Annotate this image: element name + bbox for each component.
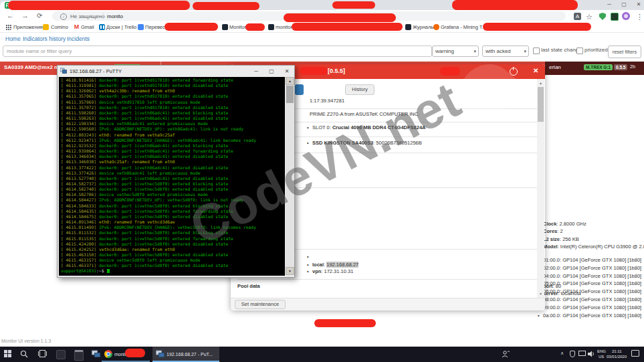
scroll-down-icon[interactable]: ▼ — [286, 267, 294, 275]
prompt-suffix: :~$ — [96, 268, 106, 273]
filter-query-input[interactable] — [3, 46, 432, 57]
bookmark-comino[interactable]: Comino — [51, 24, 68, 30]
apps-grid-icon[interactable] — [5, 24, 11, 30]
ssd-model: SSD KINGSTON SA400S3 — [312, 140, 373, 146]
bookmark-monitor1[interactable]: Monitor — [229, 24, 246, 30]
terminal-line: [ 4611.319981] docker0: port 1(vethd9178… — [59, 83, 285, 88]
taskbar-chrome-icon[interactable] — [104, 350, 112, 358]
terminal-line: [ 4615.463371] docker0: port 1(vethec5d8… — [59, 263, 285, 268]
terminal-line: [ 4615.011532] docker0: port 1(vethec5d8… — [59, 230, 285, 236]
putty-minimize-button[interactable]: ─ — [250, 67, 262, 76]
taskbar-search-icon[interactable] — [20, 350, 28, 358]
scroll-down-icon[interactable]: ▼ — [537, 290, 544, 297]
version-badge: 0.5.5 — [614, 64, 627, 70]
nav-incidents[interactable]: Incidents — [67, 35, 90, 42]
security-label: Не защищено — [70, 13, 104, 19]
terminal-line: [ 4615.424252] vethcd3d6ae: renamed from… — [59, 247, 285, 252]
forward-icon[interactable]: → — [21, 12, 29, 19]
pool-item: server: localhost — [543, 290, 580, 296]
redaction-blob — [292, 23, 403, 31]
modal-close-icon[interactable]: ✕ — [533, 67, 538, 74]
redaction-blob — [332, 1, 375, 9]
bookmark-journals[interactable]: Журналы — [413, 24, 435, 30]
putty-scrollbar[interactable]: ▲ ▼ — [286, 77, 294, 275]
putty-maximize-button[interactable]: ▢ — [265, 67, 278, 76]
monitor-bookmark-icon[interactable] — [222, 24, 228, 30]
trello-icon[interactable] — [99, 24, 105, 30]
window-maximize-button[interactable]: ▢ — [619, 1, 629, 9]
local-ip-value: 192.168.68.27 — [326, 262, 358, 268]
task-view-icon[interactable] — [38, 350, 47, 357]
window-close-button[interactable]: ✕ — [633, 1, 644, 9]
bookmark-grafana[interactable]: Grafana - Mining T... — [441, 24, 486, 30]
profile-avatar[interactable] — [622, 12, 630, 20]
action-center-icon[interactable] — [631, 350, 639, 357]
scroll-up-icon[interactable]: ▲ — [537, 80, 544, 86]
nav-indicators-history[interactable]: Indicators history — [23, 35, 66, 42]
info-tab-button[interactable] — [295, 84, 304, 95]
scrollbar-thumb[interactable] — [538, 87, 544, 122]
journals-bookmark-icon[interactable] — [405, 24, 411, 30]
url-host: monito — [107, 13, 123, 19]
age-label: 2h — [630, 64, 635, 69]
bookmark-apps[interactable]: Приложения — [13, 24, 43, 30]
acked-select[interactable]: with acked ▾ — [482, 46, 529, 57]
tray-chevron-up-icon[interactable]: ∧ — [560, 351, 564, 356]
tray-clock-time[interactable]: 21:11 — [612, 349, 622, 354]
url-divider — [103, 13, 104, 19]
start-button[interactable] — [4, 350, 11, 357]
gmail-icon[interactable]: M — [74, 24, 80, 30]
bookmark-trello[interactable]: Доски | Trello — [106, 24, 136, 30]
last-state-change-checkbox[interactable] — [533, 48, 540, 54]
prioritized-checkbox[interactable] — [576, 48, 583, 54]
translate-icon[interactable]: A — [574, 13, 581, 20]
putty-title-bar[interactable]: 192.168.68.27 - PuTTY ─ ▢ ✕ — [58, 66, 294, 78]
severity-select[interactable]: warning ▾ — [432, 46, 479, 57]
grafana-icon[interactable] — [433, 24, 439, 30]
power-icon[interactable] — [510, 68, 518, 76]
bookmark-monitor2[interactable]: monitor — [276, 24, 292, 30]
tray-clock-date[interactable]: 03/01/2020 — [607, 355, 627, 359]
back-icon[interactable]: ← — [7, 12, 14, 19]
tray-language-secondary[interactable]: US — [599, 355, 604, 359]
scrollbar-thumb[interactable] — [286, 86, 294, 103]
monitor2-bookmark-icon[interactable] — [268, 24, 274, 30]
tray-shield-icon[interactable] — [570, 351, 575, 357]
tray-volume-icon[interactable] — [588, 351, 595, 357]
history-button[interactable]: History — [345, 84, 374, 95]
taskbar-app-icon-1[interactable] — [56, 350, 66, 359]
not-secure-icon[interactable]: i — [60, 13, 67, 20]
nav-home[interactable]: Home — [5, 35, 21, 42]
redaction-blob — [165, 23, 218, 31]
terminal-line: [ 4611.357072] docker0: port 1(vethd9178… — [59, 105, 285, 110]
tray-language-primary[interactable]: ENG — [597, 349, 606, 354]
putty-window[interactable]: 192.168.68.27 - PuTTY ─ ▢ ✕ [ 4610.91141… — [57, 65, 295, 278]
putty-close-button[interactable]: ✕ — [281, 67, 293, 76]
window-minimize-button[interactable]: ─ — [604, 1, 615, 9]
comino-icon[interactable] — [43, 24, 49, 30]
taskbar-app-icon-2[interactable] — [74, 350, 84, 361]
reset-filters-button[interactable]: reset filters — [608, 46, 641, 58]
modal-scrollbar[interactable]: ▲ ▼ — [537, 79, 544, 298]
tray-network-icon[interactable] — [578, 351, 586, 356]
bookmark-star-icon[interactable]: ☆ — [586, 13, 593, 21]
set-maintenance-button[interactable]: Set maintenance — [235, 300, 286, 309]
browser-menu-icon[interactable]: ⋮ — [636, 13, 643, 21]
terminal-line: [ 4611.598263] docker0: port 1(veth06adc… — [59, 116, 285, 121]
taskbar-putty-icon[interactable] — [92, 350, 100, 358]
translate-bookmark-icon[interactable] — [138, 24, 144, 30]
active-putty-icon[interactable] — [156, 350, 165, 358]
terminal-line: [ 4614.582740] docker0: port 1(vethec5d8… — [59, 187, 285, 192]
terminal[interactable]: [ 4610.911416] docker0: port 1(vethd9178… — [59, 77, 285, 276]
people-icon[interactable] — [502, 350, 510, 358]
putty-task-label[interactable]: 192.168.68.27 - PuT... — [167, 352, 213, 357]
terminal-prompt: support@SA1031:~$ — [59, 268, 285, 274]
mtrex-badge: M.TREX G:1 — [584, 64, 613, 70]
terminal-line: [ 4614.891346] eth0: renamed from vethcd… — [59, 219, 285, 225]
scroll-up-icon[interactable]: ▲ — [286, 77, 294, 85]
extension-adblock-icon[interactable] — [611, 13, 619, 21]
bookmark-gmail[interactable]: Gmail — [81, 24, 94, 30]
row-dark-segment[interactable]: erlan M.TREX G:1 0.5.5 2h — [545, 62, 644, 75]
reload-icon[interactable]: ⟳ — [37, 12, 42, 19]
redaction-blob — [314, 319, 376, 327]
